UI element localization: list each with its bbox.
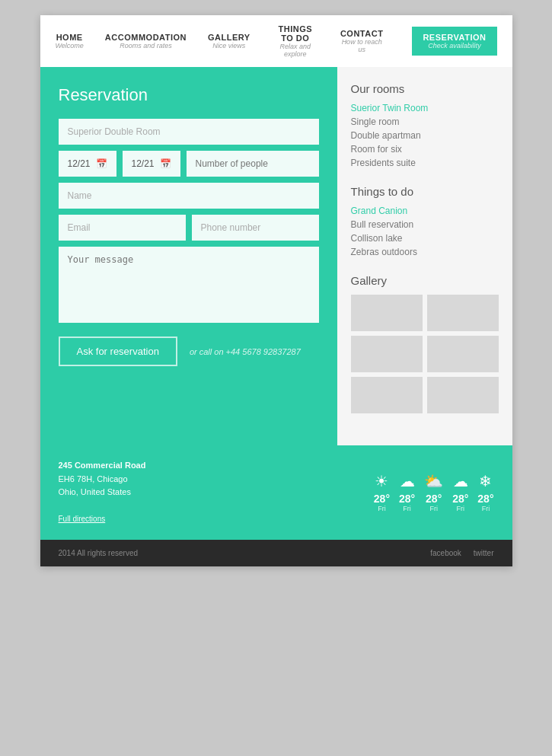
nav-reservation-sub: Check availability [423, 42, 486, 49]
main-content: Reservation 📅 📅 [40, 67, 512, 445]
nav-accommodation[interactable]: ACCOMMODATION Rooms and rates [105, 33, 187, 49]
email-phone-row [59, 215, 319, 241]
weather-temp-0: 28° [374, 493, 390, 505]
address-line2: EH6 78H, Chicago [59, 474, 128, 483]
weather-item-3: ☁ 28° Fri [452, 472, 468, 512]
date1-input[interactable] [68, 158, 90, 169]
facebook-link[interactable]: facebook [430, 549, 461, 557]
gallery-thumb-6[interactable] [427, 377, 499, 413]
nav-gallery-label: GALLERY [208, 33, 250, 42]
sidebar-thing-3[interactable]: Zebras outdoors [351, 247, 499, 257]
things-section: Things to do Grand Canion Bull reservati… [351, 185, 499, 257]
sidebar-room-4[interactable]: Presidents suite [351, 158, 499, 168]
phone-input[interactable] [192, 215, 319, 241]
our-rooms-section: Our rooms Suerior Twin Room Single room … [351, 82, 499, 168]
nav-home-label: HOME [56, 33, 84, 42]
or-call-text: or call on +44 5678 92837287 [190, 347, 301, 356]
weather-temp-4: 28° [477, 493, 493, 505]
footer-address: 245 Commercial Road EH6 78H, Chicago Ohi… [59, 459, 359, 526]
weather-icon-1: ☁ [399, 472, 415, 490]
weather-temp-2: 28° [424, 493, 443, 505]
weather-day-2: Fri [424, 505, 443, 512]
gallery-title: Gallery [351, 274, 499, 287]
nav-reservation-button[interactable]: RESERVATION Check availability [412, 27, 496, 56]
nav-home-sub: Welcome [56, 42, 84, 49]
weather-item-0: ☀ 28° Fri [374, 472, 390, 512]
people-input[interactable] [187, 151, 319, 177]
sidebar-thing-1[interactable]: Bull reservation [351, 219, 499, 230]
weather-item-4: ❄ 28° Fri [477, 472, 493, 512]
calendar-icon-2: 📅 [160, 158, 171, 169]
sidebar-room-2[interactable]: Double apartman [351, 130, 499, 141]
ask-reservation-button[interactable]: Ask for reservation [59, 337, 177, 366]
footer-copyright: 2014 All rights reserved [59, 549, 139, 557]
email-input[interactable] [59, 215, 186, 241]
footer-weather: 245 Commercial Road EH6 78H, Chicago Ohi… [40, 445, 512, 540]
address-line1: 245 Commercial Road [59, 461, 146, 470]
our-rooms-title: Our rooms [351, 82, 499, 95]
weather-temp-3: 28° [452, 493, 468, 505]
weather-day-4: Fri [477, 505, 493, 512]
weather-day-3: Fri [452, 505, 468, 512]
gallery-thumb-2[interactable] [427, 295, 499, 331]
name-group [59, 183, 319, 209]
nav-things-label: THINGS TO DO [272, 24, 319, 43]
nav-contact-sub: How to reach us [340, 38, 383, 53]
gallery-thumb-3[interactable] [351, 336, 423, 372]
weather-item-1: ☁ 28° Fri [399, 472, 415, 512]
room-select[interactable] [59, 119, 319, 145]
things-title: Things to do [351, 185, 499, 198]
directions-link[interactable]: Full directions [59, 515, 106, 523]
twitter-link[interactable]: twitter [474, 549, 494, 557]
weather-icon-3: ☁ [452, 472, 468, 490]
calendar-icon-1: 📅 [96, 158, 107, 169]
nav-contact[interactable]: CONTACT How to reach us [340, 29, 383, 53]
nav-gallery[interactable]: GALLERY Nice views [208, 33, 250, 49]
page-wrapper: HOME Welcome ACCOMMODATION Rooms and rat… [40, 15, 512, 566]
message-textarea[interactable] [59, 247, 319, 323]
date1-field: 📅 [59, 151, 116, 177]
nav-accommodation-label: ACCOMMODATION [105, 33, 187, 42]
weather-temp-1: 28° [399, 493, 415, 505]
sidebar-room-0[interactable]: Suerior Twin Room [351, 103, 499, 113]
nav-reservation-label: RESERVATION [423, 33, 486, 42]
gallery-thumb-5[interactable] [351, 377, 423, 413]
weather-items: ☀ 28° Fri ☁ 28° Fri ⛅ 28° Fri ☁ 28° Fri … [374, 472, 494, 512]
message-group [59, 247, 319, 326]
nav-things-sub: Relax and explore [272, 43, 319, 58]
sidebar-room-3[interactable]: Room for six [351, 144, 499, 155]
room-select-group [59, 119, 319, 145]
gallery-thumb-1[interactable] [351, 295, 423, 331]
right-sidebar: Our rooms Suerior Twin Room Single room … [337, 67, 512, 445]
left-panel: Reservation 📅 📅 [40, 67, 337, 445]
weather-item-2: ⛅ 28° Fri [424, 472, 443, 512]
name-input[interactable] [59, 183, 319, 209]
navigation: HOME Welcome ACCOMMODATION Rooms and rat… [40, 15, 512, 67]
sidebar-thing-2[interactable]: Collison lake [351, 233, 499, 244]
footer-bottom: 2014 All rights reserved facebook twitte… [40, 540, 512, 566]
sidebar-room-1[interactable]: Single room [351, 116, 499, 127]
date-row: 📅 📅 [59, 151, 319, 177]
nav-things[interactable]: THINGS TO DO Relax and explore [272, 24, 319, 58]
nav-accommodation-sub: Rooms and rates [105, 42, 187, 49]
address-line3: Ohio, United States [59, 487, 131, 496]
gallery-section: Gallery [351, 274, 499, 413]
gallery-thumb-4[interactable] [427, 336, 499, 372]
date2-input[interactable] [132, 158, 154, 169]
weather-icon-4: ❄ [477, 472, 493, 490]
weather-day-0: Fri [374, 505, 390, 512]
sidebar-thing-0[interactable]: Grand Canion [351, 206, 499, 216]
gallery-grid [351, 295, 499, 413]
nav-contact-label: CONTACT [340, 29, 383, 38]
nav-home[interactable]: HOME Welcome [56, 33, 84, 49]
footer-social: facebook twitter [430, 549, 493, 557]
nav-gallery-sub: Nice views [208, 42, 250, 49]
weather-day-1: Fri [399, 505, 415, 512]
reservation-title: Reservation [59, 85, 319, 105]
weather-icon-0: ☀ [374, 472, 390, 490]
weather-icon-2: ⛅ [424, 472, 443, 490]
date2-field: 📅 [123, 151, 180, 177]
action-row: Ask for reservation or call on +44 5678 … [59, 337, 319, 366]
